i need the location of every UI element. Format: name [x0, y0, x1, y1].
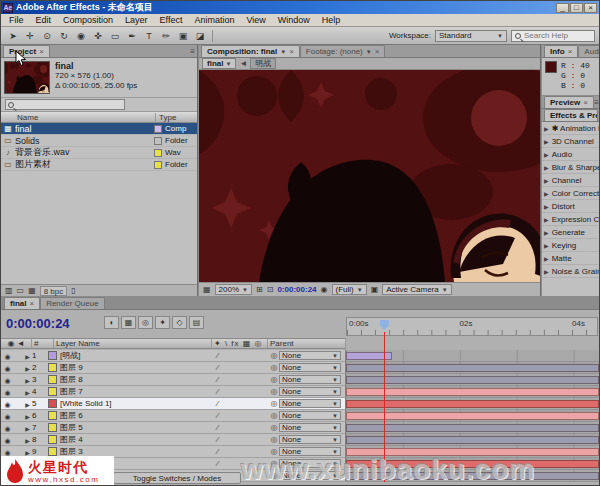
tab-preview[interactable]: Preview×	[544, 96, 594, 108]
project-row[interactable]: ▭ 图片素材 Folder	[1, 159, 197, 171]
layer-color-swatch[interactable]	[48, 423, 57, 432]
pickwhip-icon[interactable]	[269, 399, 279, 408]
tab-footage[interactable]: Footage: (none) ▼ ×	[300, 45, 386, 57]
expand-arrow-icon[interactable]	[23, 363, 32, 373]
close-icon[interactable]: ×	[583, 98, 588, 107]
graph-editor-toggle[interactable]: ▤	[189, 316, 204, 329]
menu-item[interactable]: Composition	[57, 15, 119, 25]
viewer-tab-mingzhan[interactable]: 明战	[250, 58, 276, 69]
expand-arrow-icon[interactable]	[544, 254, 549, 263]
label-color-swatch[interactable]	[154, 149, 162, 157]
parent-select[interactable]: None ▼	[279, 363, 341, 372]
expand-arrow-icon[interactable]	[544, 163, 549, 172]
layer-duration-bar[interactable]	[346, 352, 392, 360]
parent-select[interactable]: None ▼	[279, 351, 341, 360]
layer-duration-bar[interactable]	[346, 388, 599, 396]
layer-color-swatch[interactable]	[48, 411, 57, 420]
effects-category-row[interactable]: Blur & Sharpen	[542, 161, 600, 174]
parent-select[interactable]: None ▼	[279, 435, 341, 444]
brush-tool[interactable]: ✏	[158, 29, 174, 43]
frame-blend-toggle[interactable]: ▦	[121, 316, 136, 329]
minimize-button[interactable]: _	[556, 3, 569, 13]
layer-color-swatch[interactable]	[48, 399, 57, 408]
layer-duration-bar[interactable]	[346, 376, 599, 384]
menu-item[interactable]: Effect	[154, 15, 189, 25]
expand-arrow-icon[interactable]	[23, 375, 32, 385]
expand-arrow-icon[interactable]	[544, 202, 549, 211]
rotation-tool[interactable]: ↻	[56, 29, 72, 43]
pan-behind-tool[interactable]: ✜	[90, 29, 106, 43]
close-icon[interactable]: ×	[289, 47, 294, 56]
layer-switches[interactable]	[217, 435, 269, 444]
layer-track[interactable]	[346, 350, 599, 362]
layer-color-swatch[interactable]	[48, 447, 57, 456]
menu-item[interactable]: Layer	[119, 15, 154, 25]
layer-switches[interactable]	[217, 351, 269, 360]
layer-track[interactable]	[346, 362, 599, 374]
layer-color-swatch[interactable]	[48, 363, 57, 372]
expand-arrow-icon[interactable]	[544, 137, 549, 146]
visibility-eye-icon[interactable]	[1, 375, 14, 385]
composition-viewport-image[interactable]	[199, 70, 540, 282]
visibility-eye-icon[interactable]	[1, 399, 14, 409]
close-button[interactable]: ×	[584, 3, 597, 13]
menu-item[interactable]: View	[240, 15, 271, 25]
safe-zones-icon[interactable]: ⊞	[256, 285, 263, 294]
layer-switches[interactable]	[217, 399, 269, 408]
item-name[interactable]: 图片素材	[15, 158, 154, 171]
close-icon[interactable]: ×	[29, 299, 34, 308]
search-help-input[interactable]	[524, 31, 584, 40]
close-icon[interactable]: ×	[39, 47, 44, 56]
item-name[interactable]: Solids	[15, 136, 154, 146]
column-type[interactable]: Type	[155, 113, 197, 122]
visibility-eye-icon[interactable]	[1, 363, 14, 373]
layer-switches[interactable]	[217, 375, 269, 384]
layer-color-swatch[interactable]	[48, 351, 57, 360]
column-name[interactable]: Name	[1, 113, 155, 122]
panel-menu-icon[interactable]: ≡	[594, 98, 599, 107]
new-folder-icon[interactable]: ▭	[17, 286, 25, 295]
project-search-input[interactable]	[5, 99, 125, 110]
delete-icon[interactable]: ▯	[71, 286, 75, 295]
pen-tool[interactable]: ✒	[124, 29, 140, 43]
pickwhip-icon[interactable]	[269, 435, 279, 444]
effects-category-row[interactable]: Noise & Grain	[542, 265, 600, 278]
tab-audio[interactable]: Audio	[578, 45, 600, 57]
layer-duration-bar[interactable]	[346, 400, 599, 408]
item-name[interactable]: final	[15, 124, 154, 134]
close-icon[interactable]: ×	[375, 47, 380, 56]
effects-category-row[interactable]: Matte	[542, 252, 600, 265]
visibility-eye-icon[interactable]	[1, 351, 14, 361]
zoom-tool[interactable]: ⊙	[39, 29, 55, 43]
layer-color-swatch[interactable]	[48, 435, 57, 444]
expand-arrow-icon[interactable]	[544, 267, 549, 276]
layer-duration-bar[interactable]	[346, 424, 599, 432]
selection-tool[interactable]: ➤	[5, 29, 21, 43]
motion-blur-toggle[interactable]: ◎	[138, 316, 153, 329]
label-color-swatch[interactable]	[154, 125, 162, 133]
timeline-layer-row[interactable]: 5 [White Solid 1] None ▼	[1, 398, 599, 410]
snapshot-icon[interactable]: ⊡	[267, 285, 274, 294]
panel-menu-icon[interactable]: ≡	[190, 47, 195, 56]
clone-stamp-tool[interactable]: ▣	[175, 29, 191, 43]
visibility-eye-icon[interactable]	[1, 435, 14, 445]
layer-name[interactable]: 图层 6	[60, 410, 217, 421]
layer-name[interactable]: 图层 8	[60, 374, 217, 385]
layer-name[interactable]: 图层 4	[60, 434, 217, 445]
time-ruler[interactable]: 0:00s 02s 04s	[346, 317, 598, 336]
timeline-layer-row[interactable]: 4 图层 7 None ▼	[1, 386, 599, 398]
layer-track[interactable]	[346, 374, 599, 386]
tab-effects-presets[interactable]: Effects & Presets	[544, 109, 598, 121]
always-preview-icon[interactable]: ▦	[203, 285, 211, 294]
expand-arrow-icon[interactable]	[23, 423, 32, 433]
visibility-eye-icon[interactable]	[1, 387, 14, 397]
visibility-eye-icon[interactable]	[1, 423, 14, 433]
mask-shape-tool[interactable]: ▭	[107, 29, 123, 43]
menu-item[interactable]: Help	[316, 15, 347, 25]
layer-switches[interactable]	[217, 423, 269, 432]
viewer-timecode[interactable]: 0:00:00:24	[277, 285, 316, 294]
viewer-tab-final[interactable]: final ▼	[202, 58, 236, 69]
effects-category-row[interactable]: Channel	[542, 174, 600, 187]
type-tool[interactable]: T	[141, 29, 157, 43]
expand-arrow-icon[interactable]	[544, 228, 549, 237]
